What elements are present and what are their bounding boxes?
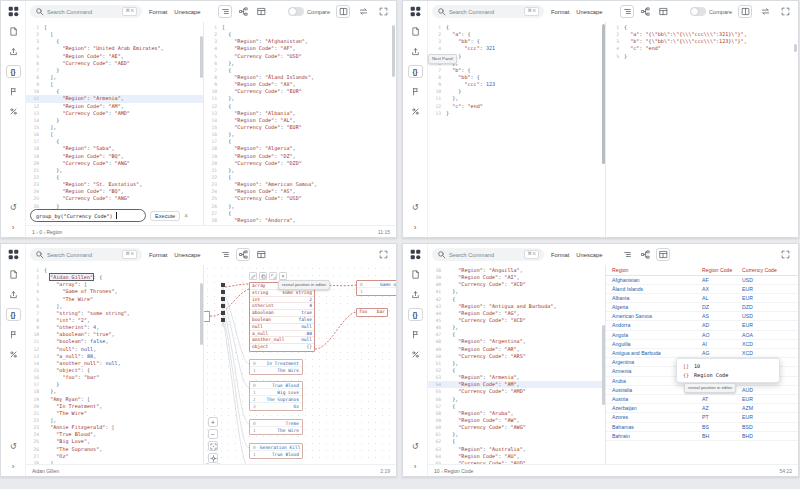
zoom-in-button[interactable]: + — [208, 417, 218, 427]
collapsed-node-handle[interactable] — [221, 290, 225, 294]
editor-left[interactable]: 1{2 "Aidan Gillen": {3 "array": [4 "Game… — [26, 265, 204, 464]
unescape-button[interactable]: Unescape — [576, 9, 602, 15]
code-line[interactable]: 63 "Region": "Australia", — [428, 446, 605, 453]
code-line[interactable]: 45 "Currency Code": "XCD" — [428, 317, 605, 324]
code-line[interactable]: 28 ], — [26, 460, 203, 464]
code-line[interactable]: 42 { — [428, 296, 605, 303]
code-line[interactable]: 4 "Game of Thrones", — [26, 288, 203, 295]
clipped-node[interactable]: ed — [204, 311, 210, 322]
code-line[interactable]: 15 ], — [26, 124, 203, 131]
code-line[interactable]: 13} — [428, 110, 605, 117]
code-line[interactable]: 11 }, — [204, 95, 396, 102]
code-line[interactable]: 7 "b": { — [428, 67, 605, 74]
code-line[interactable]: 1[ — [26, 24, 203, 31]
code-line[interactable]: 5} — [606, 53, 798, 60]
code-line[interactable]: 19 "Region Code": "BQ", — [26, 153, 203, 160]
array-node-amy-ryan[interactable]: 0In Treatment1The Wire — [249, 359, 303, 375]
braces-icon[interactable]: {} — [6, 65, 21, 78]
code-line[interactable]: 9 [ — [26, 81, 203, 88]
node-row[interactable]: stringsome string — [250, 290, 314, 297]
code-line[interactable]: 60 "Currency Code": "AWG" — [428, 424, 605, 431]
code-line[interactable]: 8 ], — [26, 74, 203, 81]
table-row[interactable]: AndorraADEUR — [606, 321, 798, 330]
code-line[interactable]: 12 "null": null, — [26, 346, 203, 353]
code-line[interactable]: 48 "Region": "Argentina", — [428, 338, 605, 345]
format-button[interactable]: Format — [149, 252, 167, 258]
table-view-button[interactable] — [656, 248, 670, 261]
scrollbar-thumb[interactable] — [200, 36, 203, 78]
code-line[interactable]: 3 "Region": "Afghanistan", — [204, 38, 396, 45]
copy-node-button[interactable] — [259, 272, 267, 280]
code-line[interactable]: 59 "Region Code": "AW", — [428, 417, 605, 424]
node-row[interactable]: another_nullnull — [250, 337, 314, 344]
editor-left[interactable]: 38 "Region": "Anguilla",39 "Region Code"… — [428, 265, 606, 464]
path-popup[interactable]: []10{}Region Code — [676, 358, 780, 383]
array-item-row[interactable]: 3Oz — [250, 403, 302, 410]
chevron-icon[interactable]: › — [408, 460, 423, 473]
code-line[interactable]: 25 "Currency Code": "USD" — [204, 195, 396, 202]
collapsed-node-handle[interactable] — [221, 304, 225, 308]
breadcrumb[interactable]: Aidan Gillen — [32, 468, 59, 474]
path-popup-item[interactable]: []10 — [677, 361, 779, 371]
compare-toggle[interactable] — [288, 7, 304, 16]
zoom-out-button[interactable]: − — [208, 429, 218, 439]
array-item-row[interactable]: 1The Wire — [250, 427, 302, 434]
code-line[interactable]: 43 "Region": "Antigua and Barbuda", — [428, 303, 605, 310]
code-line[interactable]: 15 "Currency Code": "EUR" — [204, 124, 396, 131]
code-line[interactable]: 7 } — [26, 67, 203, 74]
code-line[interactable]: 21 }, — [204, 167, 396, 174]
collapsed-node-handle[interactable] — [221, 283, 225, 287]
code-line[interactable]: 2 { — [204, 31, 396, 38]
fullscreen-button[interactable] — [778, 248, 792, 261]
scrollbar-thumb[interactable] — [200, 283, 203, 345]
code-line[interactable]: 26 "The Sopranos", — [26, 446, 203, 453]
code-line[interactable]: 22 ], — [26, 417, 203, 424]
code-line[interactable]: 1[ — [204, 24, 396, 31]
code-line[interactable]: 50 "Currency Code": "ARS" — [428, 353, 605, 360]
column-header[interactable]: Region Code — [696, 265, 736, 275]
collapsed-node-handle[interactable] — [221, 311, 225, 315]
compare-toggle[interactable] — [690, 7, 706, 16]
code-line[interactable]: 17 } — [26, 381, 203, 388]
split-columns-button[interactable] — [738, 5, 752, 18]
code-line[interactable]: 65 "Currency Code": "AUD" — [428, 460, 605, 464]
code-line[interactable]: 53 "Region": "Armenia", — [428, 374, 605, 381]
percent-icon[interactable] — [6, 348, 21, 361]
code-line[interactable]: 56 }, — [428, 396, 605, 403]
code-line[interactable]: 12 "c": "end" — [428, 103, 605, 110]
braces-icon[interactable]: {} — [408, 308, 423, 321]
table-row[interactable]: AustriaATEUR — [606, 395, 798, 404]
code-line[interactable]: 25 "Currency Code": "ANG" — [26, 195, 203, 202]
table-row[interactable]: AnguillaAIXCD — [606, 340, 798, 349]
code-line[interactable]: 2 "a": "{\"bb\":\"{\\\"ccc\\\":321}\"}", — [606, 31, 798, 38]
code-line[interactable]: 20 "Currency Code": "ANG" — [26, 160, 203, 167]
code-line[interactable]: 18 }, — [26, 388, 203, 395]
table-row[interactable]: Antigua and BarbudaAGXCD — [606, 349, 798, 358]
table-row[interactable]: BahrainBHBHD — [606, 432, 798, 441]
fit-view-button[interactable] — [208, 441, 218, 451]
array-item-row[interactable]: 0Treme — [250, 420, 302, 427]
graph-view-button[interactable] — [236, 248, 250, 261]
code-line[interactable]: 16 [ — [26, 131, 203, 138]
code-line[interactable]: 3 "array": [ — [26, 281, 203, 288]
code-line[interactable]: 12 { — [204, 103, 396, 110]
code-line[interactable]: 10 "aboolean": "true", — [26, 331, 203, 338]
fullscreen-button[interactable] — [778, 5, 792, 18]
text-view-button[interactable] — [620, 248, 634, 261]
code-line[interactable]: 19 "Amy Ryan": [ — [26, 396, 203, 403]
code-line[interactable]: 40 "Currency Code": "XCD" — [428, 281, 605, 288]
code-line[interactable]: 21 "The Wire" — [26, 410, 203, 417]
braces-icon[interactable]: {} — [6, 308, 21, 321]
fullscreen-button[interactable] — [376, 5, 390, 18]
code-line[interactable]: 8 "Region": "Åland Islands", — [204, 74, 396, 81]
code-line[interactable]: 9 "Region Code": "AX", — [204, 81, 396, 88]
code-line[interactable]: 19 "Region Code": "DZ", — [204, 153, 396, 160]
code-line[interactable]: 27 { — [204, 210, 396, 217]
code-line[interactable]: 2 "Aidan Gillen": { — [26, 274, 203, 281]
code-line[interactable]: 6 ], — [26, 303, 203, 310]
node-row[interactable]: abooleantrue — [250, 310, 314, 317]
split-columns-button[interactable] — [336, 5, 350, 18]
code-line[interactable]: 17 { — [204, 138, 396, 145]
code-line[interactable]: 10 } — [428, 88, 605, 95]
code-line[interactable]: 18 "Region": "Algeria", — [204, 145, 396, 152]
